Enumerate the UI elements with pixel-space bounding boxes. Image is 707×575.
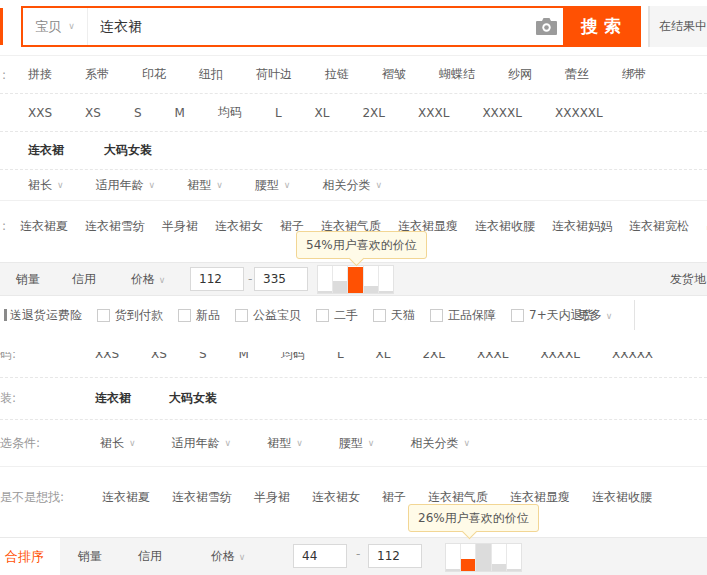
search-input[interactable] [88, 8, 529, 45]
checkbox[interactable] [97, 309, 110, 322]
category-dropdown[interactable]: 宝贝 ∨ [23, 8, 88, 45]
size-item[interactable]: 2XL [422, 352, 445, 361]
service-checkbox-item[interactable]: 货到付款 [97, 307, 163, 324]
search-in-results-link[interactable]: 在结果中 [649, 6, 707, 47]
suggest-item[interactable]: 裙子 [382, 489, 406, 506]
service-checkbox-item[interactable]: 二手 [316, 307, 358, 324]
suggest-item[interactable]: 半身裙 [254, 489, 290, 506]
category-item[interactable]: 连衣裙 [28, 142, 64, 159]
filter-item[interactable]: 荷叶边 [256, 66, 292, 83]
service-checkbox-item[interactable]: 公益宝贝 [235, 307, 301, 324]
filter-item[interactable]: 系带 [85, 66, 109, 83]
service-checkbox-item[interactable]: 天猫 [373, 307, 415, 324]
price-histogram-cell[interactable] [318, 266, 333, 293]
price-histogram-cell[interactable] [492, 544, 507, 571]
size-item[interactable]: XXXXL [540, 352, 580, 361]
price-histogram-cell[interactable] [348, 266, 363, 293]
price-histogram-cell[interactable] [446, 544, 461, 571]
service-checkbox-item[interactable]: 正品保障 [430, 307, 496, 324]
size-item[interactable]: 均码 [281, 352, 305, 361]
price-min-input[interactable] [293, 544, 347, 568]
dropdown-filter[interactable]: 适用年龄∨ [172, 435, 232, 452]
suggest-item[interactable]: 连衣裙女 [312, 489, 360, 506]
dropdown-filter[interactable]: 适用年龄∨ [96, 177, 156, 194]
checkbox[interactable] [511, 309, 524, 322]
size-item[interactable]: XXXXL [482, 106, 522, 120]
filter-item[interactable]: 拉链 [325, 66, 349, 83]
suggest-item[interactable]: 连衣裙夏 [20, 218, 68, 235]
size-item[interactable]: 均码 [218, 104, 242, 121]
size-item[interactable]: XXXL [418, 106, 449, 120]
size-item[interactable]: XS [151, 352, 167, 361]
size-item[interactable]: M [175, 106, 185, 120]
category-item[interactable]: 大码女装 [104, 142, 152, 159]
sort-sales[interactable]: 销量 [16, 263, 40, 295]
more-filters[interactable]: 更多 ∨ [578, 296, 612, 334]
category-item[interactable]: 连衣裙 [95, 390, 131, 407]
size-item[interactable]: XL [315, 106, 330, 120]
size-item[interactable]: S [199, 352, 207, 361]
suggest-item[interactable]: 连衣裙夏 [102, 489, 150, 506]
suggest-item[interactable]: 连衣裙雪纺 [172, 489, 232, 506]
dropdown-filter[interactable]: 裙型∨ [267, 435, 303, 452]
checkbox[interactable] [430, 309, 443, 322]
filter-item[interactable]: 褶皱 [382, 66, 406, 83]
filter-item[interactable]: 绑带 [622, 66, 646, 83]
suggest-item[interactable]: 连衣裙妈妈 [552, 218, 612, 235]
dropdown-filter[interactable]: 相关分类∨ [322, 177, 382, 194]
price-histogram-cell[interactable] [364, 266, 379, 293]
checkbox[interactable] [235, 309, 248, 322]
price-histogram-cell[interactable] [333, 266, 348, 293]
suggest-item[interactable]: 半身裙 [162, 218, 198, 235]
size-item[interactable]: XXXL [477, 352, 508, 361]
size-item[interactable]: L [275, 106, 282, 120]
ship-from-label[interactable]: 发货地 [670, 263, 707, 295]
price-min-input[interactable] [190, 267, 244, 291]
suggest-item[interactable]: 连衣裙显瘦 [510, 489, 570, 506]
dropdown-filter[interactable]: 裙型∨ [187, 177, 223, 194]
price-histogram-cell[interactable] [461, 544, 476, 571]
checkbox[interactable] [373, 309, 386, 322]
size-item[interactable]: XXS [28, 106, 52, 120]
service-item-partial[interactable]: 送退货运费险 [10, 307, 82, 324]
filter-item[interactable]: 拼接 [28, 66, 52, 83]
sort-credit[interactable]: 信用 [72, 263, 96, 295]
size-item[interactable]: M [239, 352, 249, 361]
size-item[interactable]: XXXXX [612, 352, 653, 361]
sort-price[interactable]: 价格 ∨ [211, 538, 245, 574]
category-item[interactable]: 大码女装 [169, 390, 217, 407]
filter-item[interactable]: 纽扣 [199, 66, 223, 83]
size-item[interactable]: 2XL [362, 106, 385, 120]
suggest-item[interactable]: 连衣裙宽松 [629, 218, 689, 235]
sort-sales[interactable]: 销量 [78, 538, 102, 574]
camera-icon[interactable] [529, 18, 563, 35]
price-histogram-cell[interactable] [476, 544, 491, 571]
filter-item[interactable]: 纱网 [508, 66, 532, 83]
filter-item[interactable]: 蕾丝 [565, 66, 589, 83]
service-checkbox-item[interactable]: 新品 [178, 307, 220, 324]
dropdown-filter[interactable]: 裙长∨ [28, 177, 64, 194]
filter-item[interactable]: 蝴蝶结 [439, 66, 475, 83]
dropdown-filter[interactable]: 腰型∨ [339, 435, 375, 452]
dropdown-filter[interactable]: 腰型∨ [255, 177, 291, 194]
sort-price[interactable]: 价格 ∨ [131, 263, 165, 295]
sort-credit[interactable]: 信用 [138, 538, 162, 574]
suggest-item[interactable]: 连衣裙收腰 [475, 218, 535, 235]
price-histogram-cell[interactable] [379, 266, 393, 293]
dropdown-filter[interactable]: 相关分类∨ [410, 435, 470, 452]
size-item[interactable]: XXS [95, 352, 119, 361]
dropdown-filter[interactable]: 裙长∨ [100, 435, 136, 452]
size-item[interactable]: XL [376, 352, 391, 361]
sort-tab-composite[interactable]: 合排序 [0, 537, 60, 575]
size-item[interactable]: XS [85, 106, 101, 120]
suggest-item[interactable]: 连衣裙雪纺 [85, 218, 145, 235]
search-button[interactable]: 搜 索 [563, 8, 639, 45]
price-histogram-cell[interactable] [507, 544, 521, 571]
suggest-item[interactable]: 连衣裙收腰 [592, 489, 652, 506]
size-item[interactable]: XXXXXL [555, 106, 603, 120]
size-item[interactable]: S [134, 106, 142, 120]
checkbox[interactable] [178, 309, 191, 322]
price-max-input[interactable] [368, 544, 422, 568]
filter-item[interactable]: 印花 [142, 66, 166, 83]
size-item[interactable]: L [337, 352, 344, 361]
